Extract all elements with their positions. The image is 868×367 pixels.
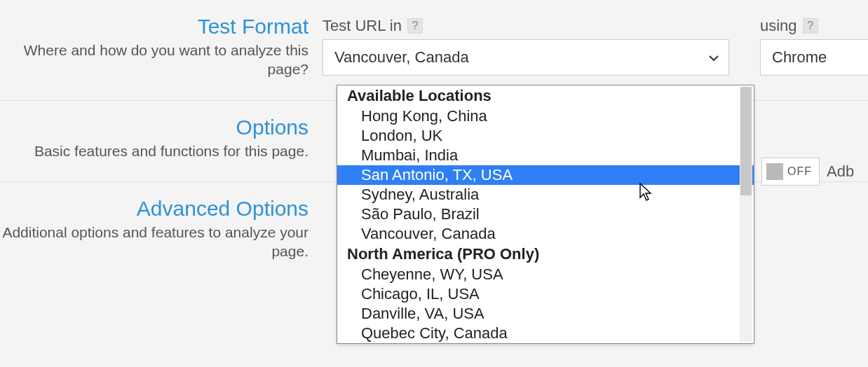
help-icon[interactable]: ? xyxy=(407,18,423,34)
location-option[interactable]: Hong Kong, China xyxy=(337,106,754,126)
location-option[interactable]: São Paulo, Brazil xyxy=(337,205,754,224)
browser-selected-value: Chrome xyxy=(772,48,827,67)
location-option[interactable]: Sydney, Australia xyxy=(337,185,754,205)
location-label: Test URL in xyxy=(323,17,402,35)
section-title: Options xyxy=(0,115,308,140)
toggle-knob xyxy=(766,163,783,180)
location-option[interactable]: London, UK xyxy=(337,126,754,146)
section-header: Advanced Options Additional options and … xyxy=(0,196,323,261)
toggle-state: OFF xyxy=(787,165,812,178)
location-option[interactable]: Mumbai, India xyxy=(337,146,754,165)
section-header: Options Basic features and functions for… xyxy=(0,115,323,160)
scrollbar[interactable] xyxy=(740,87,752,342)
adblock-toggle[interactable]: OFF xyxy=(761,158,820,186)
section-desc: Basic features and functions for this pa… xyxy=(0,141,308,160)
location-option[interactable]: Danville, VA, USA xyxy=(337,304,754,324)
location-option[interactable]: Cheyenne, WY, USA xyxy=(337,265,754,284)
location-option[interactable]: Chicago, IL, USA xyxy=(337,284,754,304)
location-option[interactable]: Quebec City, Canada xyxy=(337,324,754,343)
location-group-label: Available Locations xyxy=(337,85,754,106)
section-title: Advanced Options xyxy=(0,196,308,221)
help-icon[interactable]: ? xyxy=(803,18,818,34)
scrollbar-thumb[interactable] xyxy=(740,87,752,195)
location-option[interactable]: Vancouver, Canada xyxy=(337,224,754,244)
section-desc: Where and how do you want to analyze thi… xyxy=(0,41,308,79)
location-group-label: North America (PRO Only) xyxy=(337,244,754,265)
location-select[interactable]: Vancouver, Canada xyxy=(323,39,729,76)
browser-label-row: using ? xyxy=(760,17,868,35)
chevron-down-icon xyxy=(709,52,719,63)
browser-field: using ? Chrome xyxy=(760,17,868,76)
adblock-field: OFF Adb xyxy=(761,158,854,186)
location-dropdown[interactable]: Available LocationsHong Kong, ChinaLondo… xyxy=(337,85,754,344)
section-header: Test Format Where and how do you want to… xyxy=(0,14,323,79)
location-selected-value: Vancouver, Canada xyxy=(334,48,469,67)
browser-label: using xyxy=(760,17,797,35)
section-title: Test Format xyxy=(0,14,308,39)
location-option[interactable]: San Antonio, TX, USA xyxy=(337,165,754,185)
section-desc: Additional options and features to analy… xyxy=(0,223,308,261)
adblock-label: Adb xyxy=(827,162,854,181)
browser-select[interactable]: Chrome xyxy=(760,39,868,76)
